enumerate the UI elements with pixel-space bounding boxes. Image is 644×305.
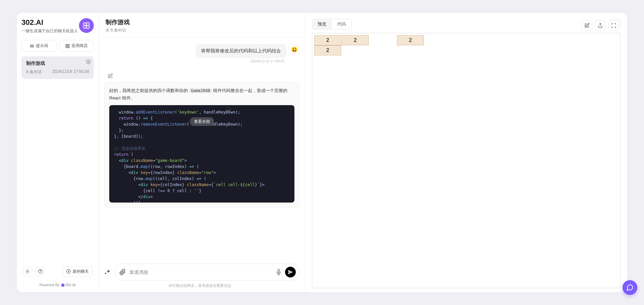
code-block: 查看全部 window.addEventListener('keydown', … xyxy=(109,105,294,203)
chat-title: 制作游戏 xyxy=(106,18,130,26)
sidebar: 302.AI 一键生成属于自己的聊天机器人 提示词 应用商店 制作游戏 6 条对… xyxy=(17,13,99,292)
plus-circle-icon xyxy=(66,269,71,274)
view-all-button[interactable]: 查看全部 xyxy=(190,117,214,126)
powered-by-prefix: Powered By xyxy=(39,283,59,287)
edit-button[interactable] xyxy=(581,20,592,31)
message-input[interactable] xyxy=(129,269,272,275)
svg-point-12 xyxy=(27,271,28,272)
message-timestamp: 2024/11/18 17:49:41 xyxy=(104,59,299,63)
message-input-box xyxy=(114,264,299,280)
game-row: 2 xyxy=(314,45,618,55)
help-icon[interactable] xyxy=(36,267,45,276)
prompts-label: 提示词 xyxy=(36,43,48,49)
powered-by: Powered By 302.AI xyxy=(22,283,94,287)
game-cell: 2 xyxy=(314,45,341,55)
svg-point-0 xyxy=(83,23,86,26)
brand-block: 302.AI 一键生成属于自己的聊天机器人 xyxy=(22,18,78,34)
brand-subtitle: 一键生成属于自己的聊天机器人 xyxy=(22,28,78,34)
svg-point-1 xyxy=(86,23,89,26)
svg-point-6 xyxy=(32,46,33,46)
chat-subtitle: 共 6 条对话 xyxy=(106,28,130,33)
game-row: 2 2 2 xyxy=(314,35,618,45)
footer-icons xyxy=(23,267,45,276)
grid-icon xyxy=(65,44,70,48)
input-row xyxy=(104,264,299,280)
chat-header: 制作游戏 共 6 条对话 xyxy=(99,13,305,38)
game-cell: 2 xyxy=(397,35,424,45)
conversation-meta: 6 条对话 2024/11/18 17:50:34 xyxy=(26,69,89,75)
svg-rect-8 xyxy=(68,44,69,45)
user-message-bubble: 将帮我将修改后的代码和以上代码结合 xyxy=(196,44,286,58)
attach-icon[interactable] xyxy=(119,269,126,275)
expand-button[interactable] xyxy=(608,20,619,31)
conversation-title: 制作游戏 xyxy=(26,60,89,67)
app-store-button[interactable]: 应用商店 xyxy=(59,40,94,52)
svg-rect-9 xyxy=(66,46,67,48)
preview-panel: 预览 代码 2 2 2 2 xyxy=(305,13,627,292)
tab-preview[interactable]: 预览 xyxy=(312,19,332,29)
sidebar-buttons: 提示词 应用商店 xyxy=(22,40,94,52)
game-cell-empty xyxy=(369,35,396,45)
send-button[interactable] xyxy=(285,267,296,277)
new-chat-button[interactable]: 新的聊天 xyxy=(63,266,92,277)
chat-messages[interactable]: 将帮我将修改后的代码和以上代码结合 😃 2024/11/18 17:49:41 … xyxy=(99,38,305,260)
brand-dot-icon xyxy=(61,284,65,287)
footer-row: 新的聊天 xyxy=(22,264,94,279)
conversation-count: 6 条对话 xyxy=(26,69,42,75)
floating-chat-button[interactable] xyxy=(622,280,637,295)
brand-logo-icon xyxy=(79,18,94,33)
svg-point-3 xyxy=(86,26,89,29)
close-conversation-icon[interactable] xyxy=(86,59,91,64)
conversation-timestamp: 2024/11/18 17:50:34 xyxy=(52,69,89,75)
apps-label: 应用商店 xyxy=(72,43,88,49)
user-message-row: 将帮我将修改后的代码和以上代码结合 😃 xyxy=(104,44,299,58)
sidebar-footer: 新的聊天 Powered By 302.AI xyxy=(22,264,94,287)
svg-point-2 xyxy=(83,26,86,29)
chat-title-block: 制作游戏 共 6 条对话 xyxy=(106,18,130,33)
header-actions xyxy=(581,20,619,31)
new-chat-label: 新的聊天 xyxy=(73,269,89,274)
preview-tabs: 预览 代码 xyxy=(312,19,352,30)
preview-canvas: 2 2 2 2 xyxy=(312,33,620,288)
magic-icon[interactable] xyxy=(104,269,111,275)
prompts-button[interactable]: 提示词 xyxy=(22,40,56,52)
svg-rect-10 xyxy=(68,46,69,48)
game-cell: 2 xyxy=(314,35,341,45)
share-button[interactable] xyxy=(595,20,606,31)
settings-icon[interactable] xyxy=(23,267,32,276)
svg-rect-7 xyxy=(66,44,67,45)
ai-msg-code-tag: Game2048 xyxy=(189,88,212,93)
game-cell: 2 xyxy=(342,35,369,45)
user-avatar: 😃 xyxy=(289,44,299,54)
preview-header: 预览 代码 xyxy=(312,19,620,30)
ai-message-bubble: 好的，我将把之前提供的四个函数和你的 Game2048 组件代码整合在一起，形成… xyxy=(104,82,299,208)
chat-input-area: AI可能会犯错误，请考虑核实重要信息。 xyxy=(99,260,305,292)
svg-point-5 xyxy=(31,46,32,46)
mic-icon[interactable] xyxy=(276,269,282,275)
tab-code[interactable]: 代码 xyxy=(332,19,351,29)
app-container: 302.AI 一键生成属于自己的聊天机器人 提示词 应用商店 制作游戏 6 条对… xyxy=(17,13,627,292)
mask-icon xyxy=(30,44,34,48)
disclaimer: AI可能会犯错误，请考虑核实重要信息。 xyxy=(104,283,299,288)
chat-panel: 制作游戏 共 6 条对话 将帮我将修改后的代码和以上代码结合 😃 2024/11… xyxy=(99,13,305,292)
ai-msg-prefix: 好的，我将把之前提供的四个函数和你的 xyxy=(109,88,189,93)
powered-by-brand: 302.AI xyxy=(65,283,76,287)
conversation-item[interactable]: 制作游戏 6 条对话 2024/11/18 17:50:34 xyxy=(22,56,94,79)
edit-icon[interactable] xyxy=(108,73,113,79)
svg-rect-4 xyxy=(31,45,34,47)
sidebar-header: 302.AI 一键生成属于自己的聊天机器人 xyxy=(22,18,94,34)
brand-title: 302.AI xyxy=(22,18,78,27)
